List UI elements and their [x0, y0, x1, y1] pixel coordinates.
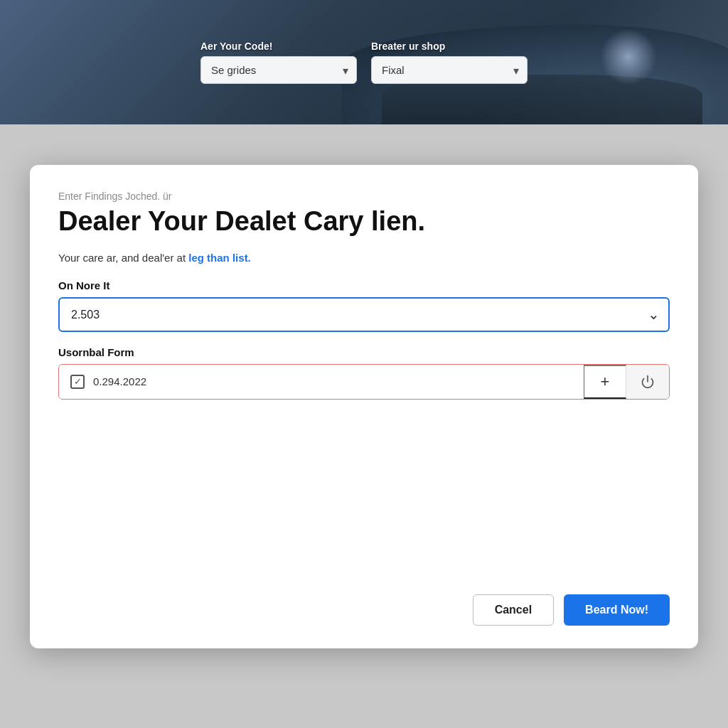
form-row-input[interactable]: 0.294.2022 — [59, 365, 584, 399]
modal-description: Your care ar, and deal'er at leg than li… — [58, 252, 670, 264]
field2-section: Usornbal Form 0.294.2022 + — [58, 346, 670, 400]
field1-select[interactable]: 2.503 — [58, 297, 670, 332]
dropdown-group-2: Breater ur shop Fixal — [371, 41, 528, 84]
modal-spacer — [58, 414, 670, 580]
dropdown1-label: Aer Your Code! — [200, 41, 357, 52]
form-row-value: 0.294.2022 — [93, 375, 146, 387]
modal-main-title: Dealer Your Dealet Cary lien. — [58, 206, 670, 237]
add-button[interactable]: + — [584, 365, 626, 399]
description-text: Your care ar, and deal'er at — [58, 252, 188, 264]
dropdown2-label: Breater ur shop — [371, 41, 528, 52]
form-row: 0.294.2022 + — [58, 364, 670, 400]
cancel-button[interactable]: Cancel — [473, 594, 554, 626]
field1-section: On Nore It 2.503 — [58, 279, 670, 332]
description-link[interactable]: leg than list. — [188, 252, 251, 264]
modal-card: Enter Findings Joched. ür Dealer Your De… — [30, 165, 698, 648]
field2-label: Usornbal Form — [58, 346, 670, 358]
dropdown2-select[interactable]: Fixal — [371, 56, 528, 84]
checkbox-icon[interactable] — [70, 375, 85, 389]
dropdown1-select[interactable]: Se grides — [200, 56, 357, 84]
dropdown1-wrapper: Se grides — [200, 56, 357, 84]
modal-footer: Cancel Beard Now! — [58, 594, 670, 626]
primary-button[interactable]: Beard Now! — [564, 594, 670, 626]
dropdown2-wrapper: Fixal — [371, 56, 528, 84]
field1-label: On Nore It — [58, 279, 670, 291]
hero-dropdowns: Aer Your Code! Se grides Breater ur shop… — [186, 33, 542, 91]
modal-subtitle: Enter Findings Joched. ür — [58, 191, 670, 202]
power-button[interactable] — [626, 365, 669, 399]
field1-wrapper: 2.503 — [58, 297, 670, 332]
power-icon — [640, 374, 655, 390]
dropdown-group-1: Aer Your Code! Se grides — [200, 41, 357, 84]
modal-overlay: Enter Findings Joched. ür Dealer Your De… — [0, 0, 728, 728]
